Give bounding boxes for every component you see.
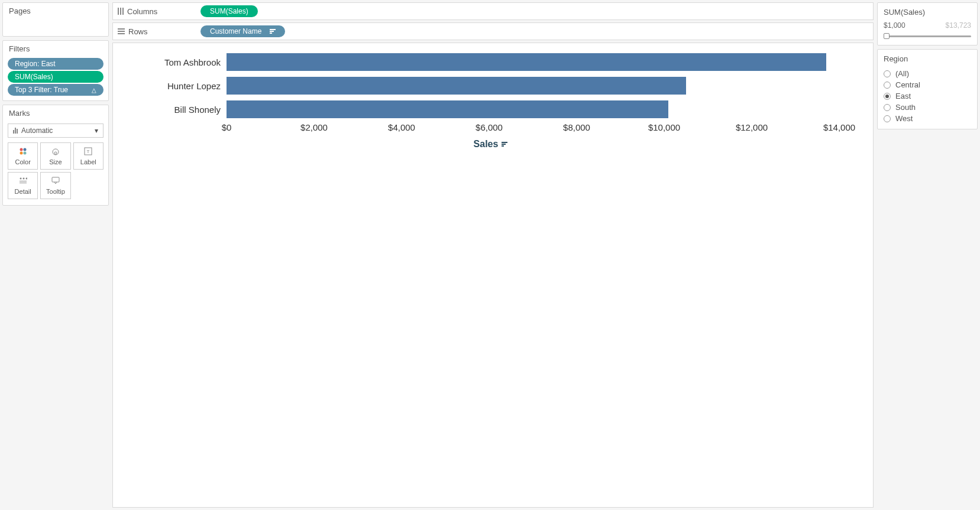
region-option-label: (All) [895, 69, 909, 78]
axis-tick-label: $6,000 [476, 122, 503, 132]
sum-sales-filter-title: SUM(Sales) [884, 8, 971, 17]
chart-bar[interactable] [227, 100, 668, 118]
marks-card: Marks Automatic ▾ Color [2, 105, 109, 206]
region-filter-card: Region (All)CentralEastSouthWest [877, 49, 978, 129]
axis-tick-label: $4,000 [388, 122, 415, 132]
axis-tick-label: $8,000 [563, 122, 590, 132]
marks-btn-label: Size [49, 158, 62, 165]
x-axis-title[interactable]: Sales [120, 139, 861, 150]
filter-pill-top3[interactable]: Top 3 Filter: True △ [8, 84, 104, 96]
svg-point-10 [25, 178, 27, 180]
axis-tick-label: $0 [222, 122, 232, 132]
radio-icon [884, 104, 891, 111]
filter-pill-label: SUM(Sales) [15, 73, 53, 81]
filter-pill-label: Top 3 Filter: True [15, 86, 68, 94]
marks-label-button[interactable]: T Label [73, 142, 104, 170]
columns-shelf[interactable]: Columns SUM(Sales) [112, 2, 874, 20]
detail-icon [19, 176, 27, 186]
svg-point-8 [20, 178, 21, 180]
rows-shelf[interactable]: Rows Customer Name [112, 22, 874, 40]
visualization-area[interactable]: Tom AshbrookHunter LopezBill Shonely $0$… [112, 43, 874, 508]
marks-detail-button[interactable]: Detail [8, 172, 38, 199]
pages-title: Pages [3, 3, 108, 19]
shelf-pill-label: SUM(Sales) [210, 7, 248, 15]
region-option-label: South [895, 103, 916, 112]
slider-max-value: $13,723 [946, 21, 971, 30]
dropdown-icon: ▾ [95, 126, 98, 135]
filters-shelf[interactable]: Filters Region: East SUM(Sales) Top 3 Fi… [2, 40, 109, 101]
filters-title: Filters [3, 41, 108, 57]
region-option[interactable]: East [884, 90, 971, 102]
svg-point-0 [20, 148, 22, 151]
rows-icon [118, 28, 125, 34]
region-option-label: Central [895, 80, 920, 89]
region-option[interactable]: West [884, 113, 971, 124]
marks-btn-label: Detail [15, 188, 31, 195]
sort-desc-icon [502, 142, 507, 147]
bar-chart-icon [13, 128, 18, 134]
axis-tick-label: $10,000 [648, 122, 680, 132]
bar-category-label: Tom Ashbrook [120, 57, 227, 67]
columns-icon [118, 8, 124, 15]
chart-bar[interactable] [227, 53, 826, 71]
radio-icon [884, 115, 891, 122]
x-axis: $0$2,000$4,000$6,000$8,000$10,000$12,000… [227, 122, 861, 134]
bar-category-label: Bill Shonely [120, 105, 227, 115]
size-icon [51, 147, 60, 156]
axis-tick-label: $12,000 [736, 122, 768, 132]
slider-min-value: $1,000 [884, 21, 905, 30]
marks-btn-label: Tooltip [46, 188, 65, 195]
radio-icon [884, 82, 891, 89]
marks-type-label: Automatic [21, 126, 53, 135]
sort-desc-icon [270, 29, 276, 34]
marks-btn-label: Label [80, 158, 96, 165]
marks-color-button[interactable]: Color [8, 142, 38, 170]
svg-rect-12 [20, 183, 27, 183]
marks-btn-label: Color [15, 158, 31, 165]
marks-type-select[interactable]: Automatic ▾ [8, 124, 104, 138]
slider-handle[interactable] [884, 33, 890, 39]
columns-label: Columns [127, 7, 157, 16]
marks-tooltip-button[interactable]: Tooltip [40, 172, 70, 199]
region-option[interactable]: South [884, 102, 971, 113]
rows-label: Rows [128, 27, 148, 36]
sum-sales-filter-card: SUM(Sales) $1,000 $13,723 [877, 2, 978, 46]
warning-icon: △ [92, 87, 96, 93]
sum-sales-slider[interactable] [884, 32, 971, 40]
region-option-label: East [895, 92, 911, 100]
radio-icon [884, 70, 891, 77]
region-option[interactable]: (All) [884, 68, 971, 79]
label-icon: T [84, 147, 92, 156]
axis-tick-label: $14,000 [823, 122, 855, 132]
rows-pill-customer-name[interactable]: Customer Name [200, 25, 285, 37]
chart-row: Tom Ashbrook [120, 50, 861, 74]
pages-shelf[interactable]: Pages [2, 2, 109, 37]
marks-title: Marks [3, 105, 108, 121]
axis-tick-label: $2,000 [300, 122, 328, 132]
svg-point-2 [20, 152, 22, 155]
svg-rect-13 [52, 177, 59, 182]
filter-pill-label: Region: East [15, 60, 56, 68]
shelf-pill-label: Customer Name [210, 27, 261, 35]
filter-pill-sum-sales[interactable]: SUM(Sales) [8, 71, 104, 83]
color-icon [19, 147, 27, 156]
filter-pill-region[interactable]: Region: East [8, 58, 104, 70]
tooltip-icon [51, 176, 60, 186]
svg-point-5 [54, 152, 57, 154]
svg-point-1 [23, 148, 26, 151]
chart-row: Hunter Lopez [120, 74, 861, 98]
svg-point-9 [22, 178, 24, 180]
marks-size-button[interactable]: Size [40, 142, 70, 170]
svg-rect-11 [20, 181, 27, 181]
columns-pill-sum-sales[interactable]: SUM(Sales) [200, 5, 258, 17]
chart-row: Bill Shonely [120, 98, 861, 121]
chart-bar[interactable] [227, 77, 686, 95]
svg-point-3 [23, 152, 26, 155]
region-filter-title: Region [884, 54, 971, 63]
radio-icon [884, 93, 891, 100]
region-option[interactable]: Central [884, 79, 971, 90]
bar-category-label: Hunter Lopez [120, 81, 227, 91]
svg-text:T: T [87, 149, 90, 154]
region-option-label: West [895, 114, 913, 123]
